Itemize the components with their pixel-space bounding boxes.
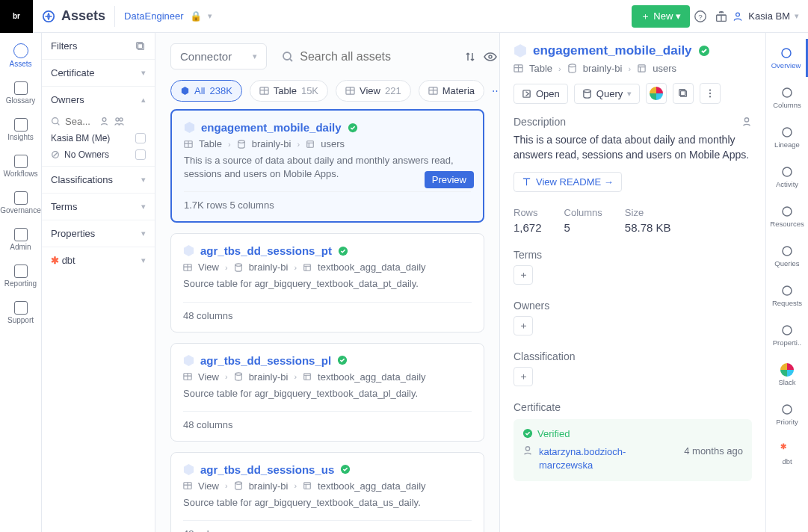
cert-status: Verified — [537, 428, 570, 439]
rightnav-dbt[interactable]: ✱dbt — [766, 435, 808, 473]
eye-icon[interactable] — [484, 46, 497, 67]
svg-point-53 — [783, 286, 792, 295]
add-term-button[interactable]: ＋ — [514, 265, 533, 285]
user-icon[interactable] — [99, 117, 109, 126]
card-meta: 48 columns — [183, 302, 472, 321]
chevron-down-icon: ▾ — [208, 11, 212, 21]
page-title: Assets — [61, 8, 105, 24]
leftnav-workflows[interactable]: Workflows — [0, 150, 41, 182]
search-input[interactable] — [300, 50, 449, 64]
group-icon[interactable] — [114, 117, 125, 126]
no-owners[interactable]: No Owners — [64, 149, 109, 160]
help-icon[interactable]: ? — [690, 6, 711, 27]
svg-point-4 — [736, 13, 740, 16]
card-description: Source table for agr_bigquery_textbook_d… — [183, 387, 472, 400]
rightnav-properti[interactable]: Properti.. — [766, 316, 808, 354]
search-icon — [51, 117, 61, 126]
leftnav-reporting[interactable]: Reporting — [0, 260, 41, 292]
user-icon[interactable] — [741, 117, 752, 127]
rightnav-queries[interactable]: Queries — [766, 237, 808, 275]
database-icon — [567, 64, 577, 73]
cert-user[interactable]: katarzyna.bodzioch-marczewska — [539, 445, 651, 472]
filter-dbt[interactable]: ✱ dbt▾ — [42, 247, 155, 273]
rightnav-columns[interactable]: Columns — [766, 78, 808, 117]
card-title[interactable]: agr_tbs_dd_sessions_us — [183, 463, 472, 476]
more-icon[interactable] — [700, 83, 721, 104]
add-classification-button[interactable]: ＋ — [514, 367, 533, 386]
connector-dropdown[interactable]: Connector ▾ — [170, 43, 267, 69]
pill-materia[interactable]: Materia — [419, 80, 484, 102]
rightnav-requests[interactable]: Requests — [766, 276, 808, 315]
filter-owners[interactable]: Owners▴ — [42, 86, 155, 113]
persona-selector[interactable]: DataEngineer — [124, 10, 184, 22]
asset-card[interactable]: agr_tbs_dd_sessions_usView›brainly-bi›te… — [170, 452, 484, 532]
leftnav-glossary[interactable]: Glossary — [0, 77, 41, 109]
svg-point-13 — [489, 55, 492, 58]
slack-icon[interactable] — [646, 83, 667, 104]
card-meta: 48 columns — [183, 411, 472, 430]
query-button[interactable]: Query▾ — [574, 84, 640, 104]
filter-certificate[interactable]: Certificate▾ — [42, 59, 155, 86]
preview-button[interactable]: Preview — [425, 171, 474, 188]
filter-properties[interactable]: Properties▾ — [42, 220, 155, 247]
asset-card[interactable]: engagement_mobile_dailyTable›brainly-bi›… — [170, 109, 484, 223]
open-button[interactable]: Open — [514, 84, 568, 104]
copy-icon[interactable] — [673, 83, 694, 104]
rows-value: 1,672 — [514, 221, 542, 234]
asset-title: engagement_mobile_daily — [533, 43, 692, 58]
checkbox[interactable] — [135, 133, 146, 143]
checkbox[interactable] — [135, 149, 146, 160]
sort-icon[interactable] — [464, 46, 476, 67]
rightnav-lineage[interactable]: Lineage — [766, 118, 808, 156]
svg-point-31 — [235, 482, 241, 484]
leftnav-insights[interactable]: Insights — [0, 114, 41, 146]
rightnav-slack[interactable]: Slack — [766, 356, 808, 394]
svg-point-8 — [102, 118, 106, 122]
user-icon — [522, 445, 533, 456]
svg-point-10 — [120, 118, 123, 121]
brand-logo: br — [0, 0, 33, 33]
card-title[interactable]: agr_tbs_dd_sessions_pl — [183, 354, 472, 367]
svg-rect-20 — [307, 140, 314, 147]
asset-card[interactable]: agr_tbs_dd_sessions_ptView›brainly-bi›te… — [170, 233, 484, 332]
leftnav-admin[interactable]: Admin — [0, 223, 41, 256]
owner-me[interactable]: Kasia BM (Me) — [51, 133, 110, 143]
svg-point-35 — [569, 64, 576, 67]
rightnav-activity[interactable]: Activity — [766, 158, 808, 196]
svg-point-43 — [709, 96, 711, 97]
svg-rect-36 — [638, 65, 645, 72]
pill-all[interactable]: All238K — [170, 80, 242, 102]
copy-icon[interactable] — [135, 41, 146, 52]
new-button[interactable]: ＋New▾ — [632, 5, 690, 28]
add-owner-button[interactable]: ＋ — [514, 316, 533, 335]
gift-icon[interactable] — [711, 6, 732, 27]
pill-table[interactable]: Table15K — [250, 80, 328, 102]
svg-point-54 — [783, 326, 792, 335]
columns-value: 5 — [564, 221, 602, 234]
user-menu[interactable]: Kasia BM ▾ — [732, 10, 799, 22]
rightnav-priority[interactable]: Priority — [766, 395, 808, 433]
more-pills[interactable]: ⋯ — [492, 81, 499, 102]
filter-terms[interactable]: Terms▾ — [42, 193, 155, 220]
filter-classifications[interactable]: Classifications▾ — [42, 166, 155, 193]
leftnav-assets[interactable]: Assets — [0, 39, 41, 72]
leftnav-governance[interactable]: Governance — [0, 187, 41, 219]
svg-point-48 — [783, 88, 792, 97]
svg-point-9 — [116, 118, 119, 121]
svg-point-44 — [744, 118, 748, 122]
card-title[interactable]: engagement_mobile_daily — [184, 121, 471, 134]
svg-point-7 — [52, 118, 58, 124]
svg-point-23 — [235, 264, 241, 266]
svg-point-49 — [783, 128, 792, 137]
rightnav-resources[interactable]: Resources — [766, 197, 808, 235]
pill-view[interactable]: View221 — [336, 80, 411, 102]
leftnav-support[interactable]: Support — [0, 297, 41, 329]
view-readme-button[interactable]: View README → — [514, 172, 622, 192]
rightnav-overview[interactable]: Overview — [766, 39, 808, 77]
svg-point-52 — [783, 247, 792, 256]
owners-search-input[interactable] — [65, 116, 95, 127]
svg-point-41 — [709, 89, 711, 90]
user-icon — [732, 10, 744, 22]
card-title[interactable]: agr_tbs_dd_sessions_pt — [183, 244, 472, 257]
asset-card[interactable]: agr_tbs_dd_sessions_plView›brainly-bi›te… — [170, 343, 484, 442]
